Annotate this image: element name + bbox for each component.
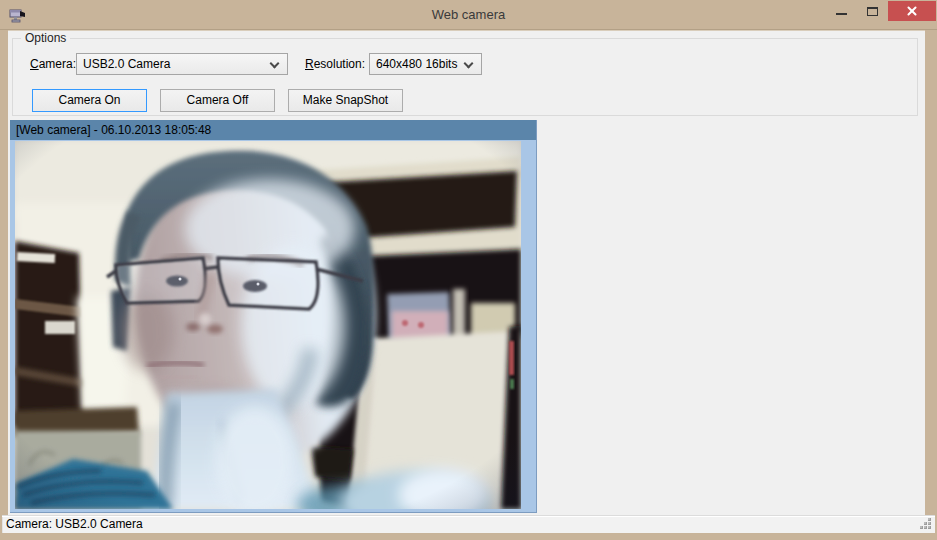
resolution-select[interactable]: 640x480 16bits: [369, 53, 482, 75]
webcam-video-image: [15, 141, 521, 509]
resolution-label: Resolution:: [305, 53, 365, 75]
camera-select[interactable]: USB2.0 Camera: [76, 53, 288, 75]
minimize-icon: [836, 13, 847, 15]
status-text: Camera: USB2.0 Camera: [6, 516, 143, 533]
client-area: Options Camera: USB2.0 Camera Resolution…: [8, 30, 925, 533]
video-caption-bar: [Web camera] - 06.10.2013 18:05:48: [10, 120, 536, 140]
close-icon: [906, 5, 918, 17]
chevron-down-icon: [464, 59, 474, 69]
close-button[interactable]: [888, 1, 936, 21]
title-bar: Web camera: [0, 0, 937, 30]
options-group-label: Options: [21, 31, 70, 45]
window-title: Web camera: [0, 0, 937, 30]
maximize-icon: [867, 7, 878, 16]
camera-selected-value: USB2.0 Camera: [83, 57, 170, 71]
make-snapshot-button[interactable]: Make SnapShot: [288, 89, 403, 112]
minimize-button[interactable]: [826, 1, 857, 21]
resize-grip[interactable]: [920, 518, 933, 531]
app-window: Web camera Options Camera: USB2.0 Camera…: [0, 0, 937, 540]
camera-off-button[interactable]: Camera Off: [160, 89, 275, 112]
camera-on-button[interactable]: Camera On: [32, 89, 147, 112]
options-groupbox: Options Camera: USB2.0 Camera Resolution…: [12, 38, 918, 116]
maximize-button[interactable]: [857, 1, 888, 21]
resolution-selected-value: 640x480 16bits: [376, 57, 457, 71]
status-bar: Camera: USB2.0 Camera: [2, 515, 935, 533]
video-panel: [Web camera] - 06.10.2013 18:05:48: [10, 120, 537, 513]
camera-label: Camera:: [30, 53, 76, 75]
chevron-down-icon: [270, 59, 280, 69]
